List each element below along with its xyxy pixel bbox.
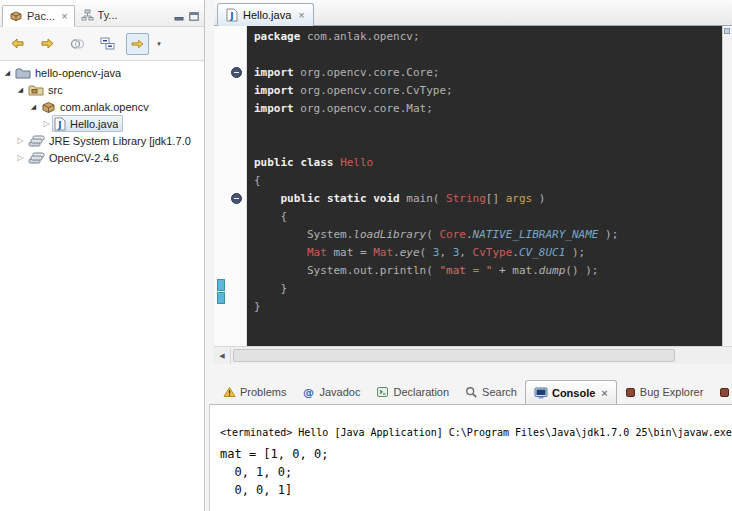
explorer-toolbar: ▼ xyxy=(0,27,204,61)
bug-icon xyxy=(719,387,730,398)
tab-label: Console xyxy=(552,387,595,399)
console-icon xyxy=(534,387,548,399)
link-with-editor-icon[interactable] xyxy=(126,33,149,55)
console-process-info: <terminated> Hello [Java Application] C:… xyxy=(220,427,732,438)
declaration-icon xyxy=(376,386,389,398)
tree-item-content: OpenCV-2.4.6 xyxy=(26,149,124,166)
tab-label: Bug Explorer xyxy=(640,386,704,398)
collapse-all-icon[interactable] xyxy=(96,33,119,55)
bottom-tab-bar: Problems@JavadocDeclarationSearchConsole… xyxy=(209,376,732,404)
tree-item-jre-system-library-jdk1-7-0[interactable]: ▷JRE System Library [jdk1.7.0 xyxy=(0,132,204,149)
annotation-summary-icon xyxy=(724,28,730,34)
focus-icon[interactable] xyxy=(66,33,89,55)
expand-arrow-icon[interactable]: ▷ xyxy=(15,153,26,162)
tab-console[interactable]: Console× xyxy=(525,380,617,404)
tab-search[interactable]: Search xyxy=(457,380,525,404)
scrollbar-thumb[interactable] xyxy=(233,349,675,362)
editor-area: J Hello.java × package com.anlak.opencv;… xyxy=(214,0,732,364)
code-line: } xyxy=(254,280,722,298)
code-line: } xyxy=(254,298,722,316)
package-explorer-icon xyxy=(9,10,23,22)
fold-collapse-icon[interactable] xyxy=(231,193,242,204)
annotation-mark xyxy=(217,292,225,304)
tab-javadoc[interactable]: @Javadoc xyxy=(294,380,368,404)
code-line: import org.opencv.core.Mat; xyxy=(254,100,722,118)
code-line xyxy=(254,118,722,136)
library-icon xyxy=(28,134,45,147)
collapse-arrow-icon[interactable]: ◢ xyxy=(15,86,26,94)
code-area[interactable]: package com.anlak.opencv; import org.ope… xyxy=(247,26,722,346)
tree-item-content: hello-opencv-java xyxy=(13,64,126,81)
tab-type-hierarchy[interactable]: Ty... xyxy=(75,4,124,26)
horizontal-scrollbar[interactable]: ◀ xyxy=(214,346,732,364)
tree-item-label: hello-opencv-java xyxy=(35,67,121,79)
tab-label: Javadoc xyxy=(319,386,360,398)
expand-arrow-icon[interactable]: ▷ xyxy=(15,136,26,145)
collapse-arrow-icon[interactable]: ◢ xyxy=(2,69,13,77)
code-line xyxy=(254,46,722,64)
editor-tab-bar: J Hello.java × xyxy=(214,0,732,26)
tab-bug-explorer[interactable]: Bug Explorer xyxy=(617,380,712,404)
fold-collapse-icon[interactable] xyxy=(231,67,242,78)
console-view: Problems@JavadocDeclarationSearchConsole… xyxy=(209,376,732,511)
console-output-line: 0, 0, 1] xyxy=(220,481,732,499)
tab-declaration[interactable]: Declaration xyxy=(368,380,457,404)
svg-text:@: @ xyxy=(303,386,314,398)
close-icon[interactable]: × xyxy=(298,9,304,21)
bug-icon xyxy=(625,387,636,398)
tab-label: Problems xyxy=(240,386,286,398)
code-line: { xyxy=(254,172,722,190)
console-output-line: mat = [1, 0, 0; xyxy=(220,445,732,463)
tree-item-label: com.anlak.opencv xyxy=(60,101,149,113)
close-icon[interactable]: × xyxy=(61,10,67,22)
tree-item-content: com.anlak.opencv xyxy=(39,98,154,115)
console-content[interactable]: <terminated> Hello [Java Application] C:… xyxy=(209,404,732,511)
minimize-icon[interactable] xyxy=(174,12,184,21)
maximize-icon[interactable] xyxy=(189,12,199,21)
tree-item-label: Hello.java xyxy=(70,118,118,130)
java-file-icon: J xyxy=(226,8,238,22)
code-line: package com.anlak.opencv; xyxy=(254,28,722,46)
tab-problems[interactable]: Problems xyxy=(215,380,294,404)
project-icon xyxy=(15,66,31,79)
tree-item-src[interactable]: ◢src xyxy=(0,81,204,98)
tab-bug[interactable]: Bug xyxy=(711,380,732,404)
back-icon[interactable] xyxy=(6,33,29,55)
tree-item-opencv-2-4-6[interactable]: ▷OpenCV-2.4.6 xyxy=(0,149,204,166)
expand-arrow-icon[interactable]: ▷ xyxy=(41,119,52,128)
scroll-left-icon[interactable]: ◀ xyxy=(214,348,231,364)
view-menu-icon[interactable]: ▼ xyxy=(156,41,162,47)
tab-label: Ty... xyxy=(98,9,118,21)
collapse-arrow-icon[interactable]: ◢ xyxy=(28,103,39,111)
package-icon xyxy=(41,101,56,113)
svg-text:J: J xyxy=(229,11,233,21)
library-icon xyxy=(28,151,45,164)
javadoc-icon: @ xyxy=(302,386,315,398)
code-line: public class Hello xyxy=(254,154,722,172)
problems-icon xyxy=(223,386,236,398)
tree-item-content: src xyxy=(26,81,68,98)
fold-gutter xyxy=(228,26,247,346)
code-line: System.loadLibrary( Core.NATIVE_LIBRARY_… xyxy=(254,226,722,244)
code-line: System.out.println( "mat = " + mat.dump(… xyxy=(254,262,722,280)
forward-icon[interactable] xyxy=(36,33,59,55)
tree-item-label: JRE System Library [jdk1.7.0 xyxy=(49,135,191,147)
tree-item-hello-opencv-java[interactable]: ◢hello-opencv-java xyxy=(0,64,204,81)
search-icon xyxy=(465,386,478,398)
project-tree: ◢hello-opencv-java◢src◢com.anlak.opencv▷… xyxy=(0,61,204,511)
close-icon[interactable]: × xyxy=(601,387,607,399)
tab-hello-java[interactable]: J Hello.java × xyxy=(217,3,314,26)
code-line: import org.opencv.core.CvType; xyxy=(254,82,722,100)
code-line: import org.opencv.core.Core; xyxy=(254,64,722,82)
type-hierarchy-icon xyxy=(81,9,94,21)
console-output: mat = [1, 0, 0; 0, 1, 0; 0, 0, 1] xyxy=(220,445,732,499)
editor-body: package com.anlak.opencv; import org.ope… xyxy=(214,26,732,346)
view-window-buttons xyxy=(174,12,204,26)
package-explorer-view: Pac... × Ty... ▼ ◢hello-opencv-java◢src◢… xyxy=(0,0,205,511)
tree-item-label: src xyxy=(48,84,63,96)
tree-item-com-anlak-opencv[interactable]: ◢com.anlak.opencv xyxy=(0,98,204,115)
tree-item-hello-java[interactable]: ▷JHello.java xyxy=(0,115,204,132)
tab-package-explorer[interactable]: Pac... × xyxy=(2,5,75,27)
explorer-tab-bar: Pac... × Ty... xyxy=(0,0,204,27)
code-line: { xyxy=(254,208,722,226)
